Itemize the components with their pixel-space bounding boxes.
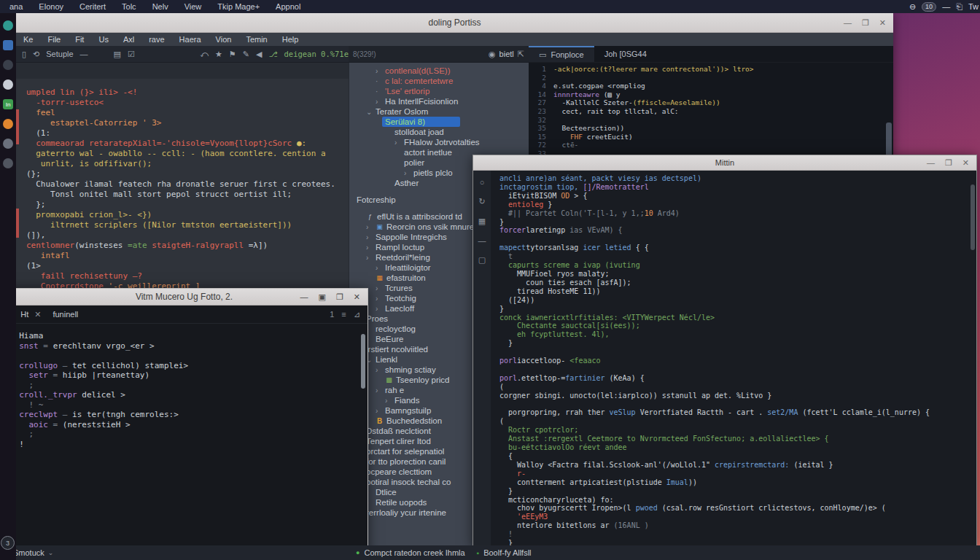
terminal-tab[interactable]: Ht: [20, 310, 28, 319]
task-check-icon[interactable]: ☑: [128, 50, 135, 59]
expander-icon[interactable]: ›: [385, 397, 392, 405]
expander-icon[interactable]: ›: [376, 386, 382, 394]
tree-item[interactable]: stolldoat joad: [349, 127, 529, 137]
editor-tab-fonploce[interactable]: ▭ Fonploce: [529, 46, 594, 62]
circle-icon[interactable]: ○: [480, 178, 485, 187]
tree-item[interactable]: ·c lal: cemtertetwre: [349, 76, 529, 86]
maximize-button[interactable]: ❐: [862, 18, 869, 28]
resize-icon[interactable]: ⊿: [354, 310, 360, 319]
restore-button[interactable]: ▣: [319, 292, 326, 302]
taskbar-app-slate[interactable]: [3, 158, 13, 168]
star-icon[interactable]: ★: [215, 50, 222, 59]
ide-menu-item[interactable]: Axl: [116, 35, 141, 44]
main-window-titlebar[interactable]: doling Portiss — ❐ ✕: [16, 13, 893, 33]
terminal-titlebar[interactable]: Vitm Mucero Ug Fotto, 2. — ▣ ❐ ✕: [1, 289, 368, 306]
dropdown-icon[interactable]: —: [80, 50, 88, 58]
taskbar-app-green[interactable]: In: [3, 99, 13, 109]
close-button[interactable]: ✕: [879, 18, 886, 28]
taskbar-bottom-badge[interactable]: 3: [1, 536, 15, 550]
status-item-1[interactable]: ● Compct ratedon creek Ihmla: [356, 548, 465, 557]
dash-icon[interactable]: —: [478, 236, 486, 245]
minus-circle-icon[interactable]: ⊖: [909, 2, 916, 12]
ide-menu-item[interactable]: Ke: [16, 35, 40, 44]
expander-icon[interactable]: ›: [376, 67, 382, 75]
popout-icon[interactable]: ⇱: [518, 50, 524, 59]
mittin-code-editor[interactable]: ancli anre)an séant, packt viesy ias dec…: [491, 171, 976, 547]
close-button[interactable]: ✕: [354, 292, 360, 302]
expander-icon[interactable]: ›: [376, 295, 382, 303]
run-config-label[interactable]: Setuple: [46, 50, 73, 58]
system-menu-item[interactable]: View: [176, 2, 210, 11]
terminal-output[interactable]: ' Hiama snst = erechltanv vrgo_<er > cro…: [1, 324, 368, 449]
minimize-button[interactable]: —: [300, 292, 308, 301]
expander-icon[interactable]: ›: [376, 284, 382, 292]
expander-icon[interactable]: ·: [376, 77, 382, 85]
flag-icon[interactable]: ⚑: [229, 50, 236, 59]
nav-back-icon[interactable]: ⤺: [200, 50, 209, 59]
ide-menu-item[interactable]: Us: [91, 35, 115, 44]
expander-icon[interactable]: ›: [366, 254, 373, 262]
expander-icon[interactable]: ›: [366, 223, 373, 231]
system-menu-item[interactable]: Tkip Mage+: [209, 2, 268, 11]
expander-icon[interactable]: ›: [376, 305, 382, 313]
tree-item[interactable]: ·'Lse' ertlorip: [349, 86, 529, 96]
system-menu-item[interactable]: Ceritert: [71, 2, 114, 11]
tree-item[interactable]: Serülavi 8): [349, 117, 529, 127]
ide-menu-item[interactable]: Fit: [68, 35, 91, 44]
expander-icon[interactable]: ›: [404, 169, 411, 177]
expander-icon[interactable]: ›: [366, 233, 373, 241]
clipboard-icon[interactable]: ⎗: [956, 2, 962, 12]
mittin-scrollbar[interactable]: [971, 184, 975, 250]
device-icon[interactable]: ▯: [22, 50, 26, 59]
expander-icon[interactable]: ›: [376, 98, 382, 106]
system-menu-item[interactable]: ana: [1, 2, 31, 11]
prev-icon[interactable]: ◀: [256, 50, 262, 59]
taskbar-app-blue[interactable]: [3, 40, 13, 50]
ide-menu-item[interactable]: Vion: [209, 35, 239, 44]
tree-item[interactable]: ›contlenal(d(LSE)): [349, 66, 529, 76]
taskbar-app-orange[interactable]: [3, 119, 13, 129]
ide-menu-item[interactable]: Temin: [238, 35, 274, 44]
minimize-button[interactable]: —: [927, 158, 935, 167]
mittin-titlebar[interactable]: Mittin — ❐ ✕: [473, 155, 976, 171]
grid-icon[interactable]: ▦: [478, 217, 486, 226]
taskbar-app-dark[interactable]: [3, 60, 13, 70]
minimize-icon[interactable]: —: [942, 2, 950, 11]
editor-tab-joh[interactable]: Joh [0SG44: [594, 46, 657, 62]
menu-icon[interactable]: ≡: [341, 310, 346, 319]
refresh-icon[interactable]: ↻: [478, 197, 485, 206]
undo-icon[interactable]: ⟲: [33, 50, 39, 59]
expander-icon[interactable]: ›: [394, 139, 401, 147]
tree-item[interactable]: ›FHalow Jotrvotalties: [349, 137, 529, 147]
taskbar-app-teal[interactable]: [3, 20, 13, 31]
terminal-scrollbar[interactable]: [361, 334, 365, 389]
maximize-button[interactable]: ❐: [336, 292, 343, 302]
expander-icon[interactable]: ·: [376, 88, 382, 96]
pencil-icon[interactable]: ✎: [243, 50, 249, 59]
box-icon[interactable]: ▢: [478, 255, 486, 265]
close-button[interactable]: ✕: [962, 158, 969, 168]
taskbar-app-gray[interactable]: [3, 139, 13, 149]
status-item-2[interactable]: ▪ Boolf-fy Allfsll: [477, 548, 532, 557]
file-icon[interactable]: ▤: [114, 50, 121, 59]
record-dot-icon[interactable]: ◉: [489, 50, 496, 59]
tray-badge[interactable]: 10: [922, 2, 936, 12]
tree-item[interactable]: ›Ha InterllFcisionlion: [349, 96, 529, 106]
minimize-button[interactable]: —: [844, 18, 852, 27]
tab-close-icon[interactable]: ✕: [34, 310, 41, 319]
ide-menu-item[interactable]: File: [40, 35, 68, 44]
tree-item[interactable]: ⌄Terater Oslom: [349, 106, 529, 117]
expander-icon[interactable]: ⌄: [366, 108, 373, 116]
terminal-tab-2[interactable]: funinell: [52, 310, 78, 319]
expander-icon[interactable]: ›: [376, 264, 382, 272]
ide-menu-item[interactable]: Haera: [172, 35, 209, 44]
expander-icon[interactable]: ›: [376, 407, 382, 415]
system-menu-item[interactable]: Elonoy: [31, 2, 71, 11]
ide-menu-item[interactable]: rave: [141, 35, 171, 44]
git-branch-label[interactable]: deigean 0.%71e: [284, 50, 349, 58]
taskbar-app-light[interactable]: [3, 79, 13, 90]
system-menu-item[interactable]: Tolc: [114, 2, 144, 11]
system-menu-item[interactable]: Appnol: [268, 2, 308, 11]
expander-icon[interactable]: ›: [366, 244, 373, 252]
maximize-button[interactable]: ❐: [945, 158, 952, 168]
